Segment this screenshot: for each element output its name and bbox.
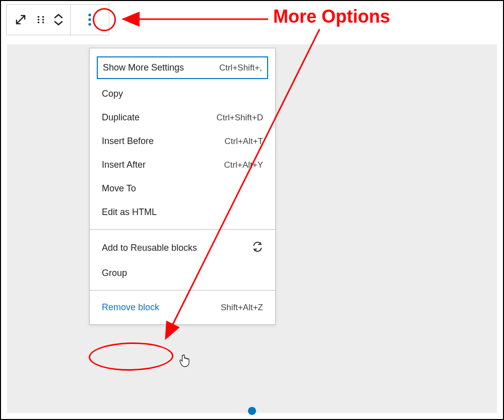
menu-shortcut: Ctrl+Alt+Y xyxy=(224,160,263,170)
svg-point-5 xyxy=(42,22,44,24)
menu-shortcut: Ctrl+Shift+D xyxy=(216,113,263,123)
annotation-label: More Options xyxy=(273,6,390,27)
toolbar-group-2 xyxy=(71,5,109,35)
toolbar-group-1 xyxy=(7,5,71,35)
menu-section-1: Show More Settings Ctrl+Shift+, Copy Dup… xyxy=(90,48,275,230)
svg-point-8 xyxy=(88,23,91,26)
menu-item-insert-after[interactable]: Insert After Ctrl+Alt+Y xyxy=(90,153,275,177)
menu-item-insert-before[interactable]: Insert Before Ctrl+Alt+T xyxy=(90,129,275,153)
menu-item-show-more-settings[interactable]: Show More Settings Ctrl+Shift+, xyxy=(97,56,268,79)
svg-point-3 xyxy=(42,16,44,18)
expand-icon[interactable] xyxy=(11,10,31,30)
svg-point-2 xyxy=(38,22,40,24)
more-options-button[interactable] xyxy=(77,7,102,32)
menu-shortcut: Ctrl+Shift+, xyxy=(219,63,262,73)
mover-arrows xyxy=(51,13,66,27)
svg-point-1 xyxy=(38,19,40,21)
drag-handle-icon[interactable] xyxy=(31,10,51,30)
menu-label: Duplicate xyxy=(102,112,140,123)
menu-item-duplicate[interactable]: Duplicate Ctrl+Shift+D xyxy=(90,106,275,129)
menu-label: Copy xyxy=(102,89,123,99)
svg-point-0 xyxy=(38,16,40,18)
menu-shortcut: Shift+Alt+Z xyxy=(221,303,263,313)
move-down-icon[interactable] xyxy=(53,20,64,27)
menu-label: Add to Reusable blocks xyxy=(102,243,197,253)
menu-label: Show More Settings xyxy=(103,62,184,73)
menu-item-remove-block[interactable]: Remove block Shift+Alt+Z xyxy=(90,296,275,319)
menu-label: Group xyxy=(102,268,127,278)
menu-label: Insert After xyxy=(102,160,146,170)
menu-label: Move To xyxy=(102,183,136,194)
menu-shortcut: Ctrl+Alt+T xyxy=(224,136,263,147)
menu-item-group[interactable]: Group xyxy=(90,261,275,285)
menu-section-3: Remove block Shift+Alt+Z xyxy=(90,291,275,324)
svg-point-4 xyxy=(42,19,44,21)
svg-point-7 xyxy=(88,18,91,21)
reusable-icon xyxy=(252,241,263,255)
resize-handle-icon[interactable] xyxy=(248,407,256,415)
block-toolbar xyxy=(6,4,109,35)
move-up-icon[interactable] xyxy=(53,13,64,20)
menu-label: Edit as HTML xyxy=(102,207,157,218)
more-options-menu: Show More Settings Ctrl+Shift+, Copy Dup… xyxy=(89,48,276,325)
menu-label: Insert Before xyxy=(102,136,154,147)
menu-item-add-reusable[interactable]: Add to Reusable blocks xyxy=(90,235,275,261)
menu-label: Remove block xyxy=(102,302,159,313)
menu-item-copy[interactable]: Copy xyxy=(90,82,275,106)
menu-item-edit-html[interactable]: Edit as HTML xyxy=(90,200,275,224)
svg-point-6 xyxy=(88,14,91,16)
menu-item-move-to[interactable]: Move To xyxy=(90,177,275,200)
menu-section-2: Add to Reusable blocks Group xyxy=(90,230,275,291)
screenshot-frame: Show More Settings Ctrl+Shift+, Copy Dup… xyxy=(0,0,504,420)
